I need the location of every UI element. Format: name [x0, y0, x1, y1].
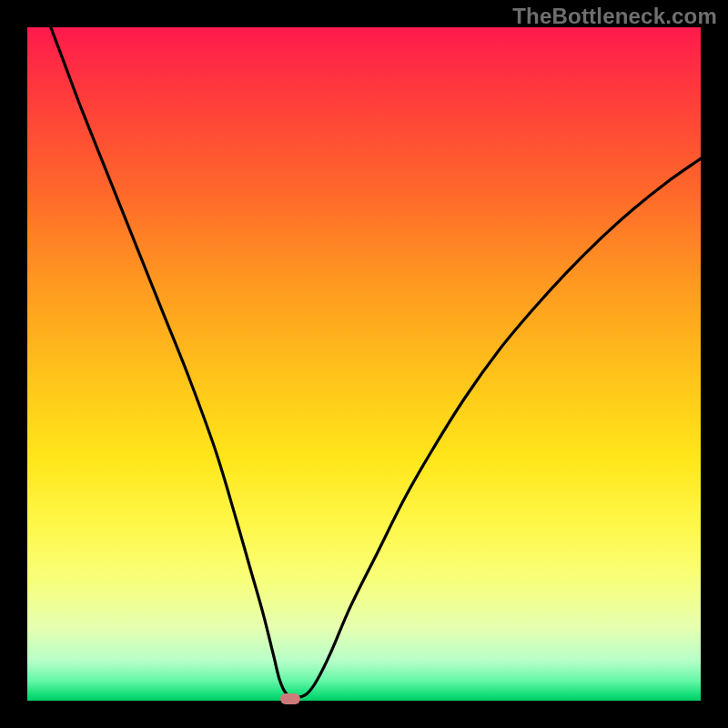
optimal-point-marker [280, 693, 300, 704]
plot-area [27, 27, 701, 701]
chart-frame: TheBottleneck.com [0, 0, 728, 728]
bottleneck-curve [27, 27, 701, 701]
watermark-text: TheBottleneck.com [512, 4, 717, 29]
